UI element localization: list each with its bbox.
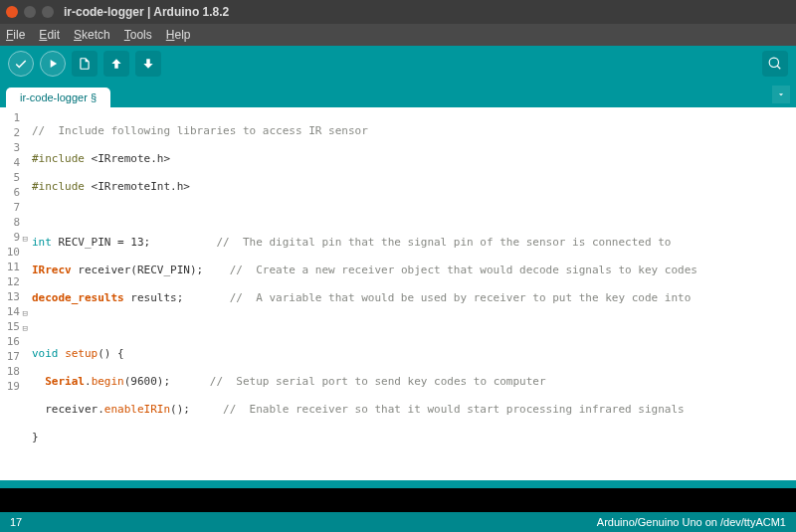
upload-button[interactable] [40,51,66,77]
tab-sketch[interactable]: ir-code-logger § [6,88,110,107]
save-button[interactable] [135,51,161,77]
status-line-number: 17 [10,516,22,528]
window-titlebar: ir-code-logger | Arduino 1.8.2 [0,0,796,24]
menu-tools[interactable]: Tools [124,28,152,42]
menu-file[interactable]: File [6,28,25,42]
fold-icon[interactable]: ⊟ [23,321,28,336]
menubar: File Edit Sketch Tools Help [0,24,796,46]
maximize-icon[interactable] [42,6,54,18]
status-board-info: Arduino/Genuino Uno on /dev/ttyACM1 [597,516,786,528]
line-gutter: 1234 5678 9⊟ 10111213 14⊟ 15⊟ 16171819 [0,107,22,480]
console-output[interactable] [0,488,796,512]
toolbar [0,46,796,82]
minimize-icon[interactable] [24,6,36,18]
code-editor[interactable]: 1234 5678 9⊟ 10111213 14⊟ 15⊟ 16171819 /… [0,107,796,480]
menu-sketch[interactable]: Sketch [74,28,110,42]
tab-menu-button[interactable] [772,86,790,103]
fold-icon[interactable]: ⊟ [23,232,28,247]
menu-help[interactable]: Help [166,28,191,42]
statusbar: 17 Arduino/Genuino Uno on /dev/ttyACM1 [0,512,796,532]
open-button[interactable] [103,51,129,77]
verify-button[interactable] [8,51,34,77]
fold-icon[interactable]: ⊟ [23,306,28,321]
window-title: ir-code-logger | Arduino 1.8.2 [64,5,229,19]
serial-monitor-button[interactable] [762,51,788,77]
code-area[interactable]: // Include following libraries to access… [22,107,796,480]
separator [0,480,796,488]
tabbar: ir-code-logger § [0,82,796,107]
new-button[interactable] [72,51,98,77]
close-icon[interactable] [6,6,18,18]
menu-edit[interactable]: Edit [39,28,60,42]
